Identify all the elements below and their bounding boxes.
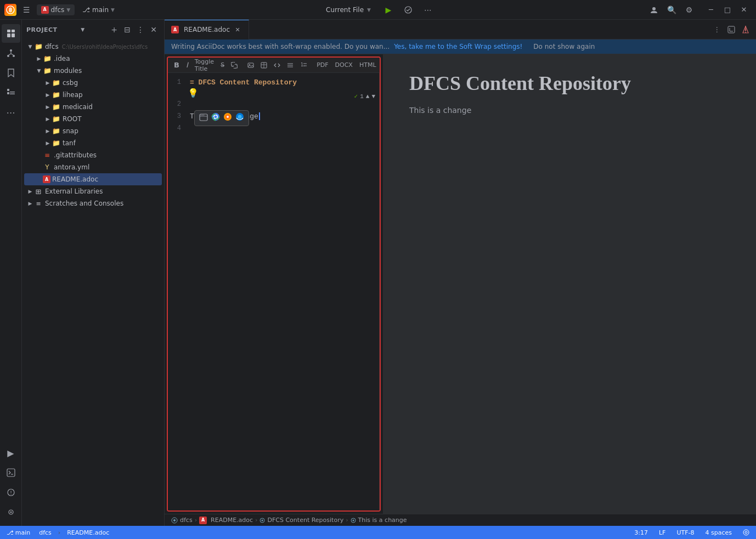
status-cursor-item[interactable]: 3:17 bbox=[632, 529, 650, 536]
tree-item-ROOT[interactable]: ▶ 📁 ROOT bbox=[24, 113, 162, 125]
tree-arrow-root: ▼ bbox=[26, 44, 34, 49]
sidebar-collapse-all-button[interactable]: ⊟ bbox=[121, 24, 133, 36]
toolbar-image-button[interactable] bbox=[245, 61, 257, 70]
sidebar-new-file-button[interactable]: + bbox=[108, 24, 120, 36]
toolbar-grid-button[interactable] bbox=[380, 61, 381, 70]
tree-item-medicaid[interactable]: ▶ 📁 medicaid bbox=[24, 101, 162, 113]
tree-label-tanf: tanf bbox=[63, 139, 76, 147]
coverage-button[interactable] bbox=[400, 2, 416, 18]
activity-more-button[interactable]: ⋯ bbox=[2, 103, 20, 122]
tree-arrow-idea: ▶ bbox=[35, 56, 43, 61]
tree-item-modules[interactable]: ▼ 📁 modules bbox=[24, 65, 162, 77]
folder-icon-medicaid: 📁 bbox=[52, 103, 60, 111]
editor-toolbar: B I Toggle Title S̶ bbox=[168, 58, 380, 73]
sidebar-close-button[interactable]: ✕ bbox=[148, 24, 160, 36]
run-config-selector[interactable]: Current File ▼ bbox=[320, 4, 376, 15]
check-down-icon[interactable]: ▼ bbox=[371, 93, 375, 100]
project-name-button[interactable]: A dfcs ▼ bbox=[37, 4, 75, 15]
toolbar-bold-button[interactable]: B bbox=[171, 60, 182, 70]
activity-git-button[interactable] bbox=[2, 503, 20, 521]
project-label: dfcs bbox=[51, 6, 65, 14]
tab-label: README.adoc bbox=[184, 26, 230, 33]
status-project-item[interactable]: dfcs bbox=[37, 529, 54, 536]
breadcrumb-project[interactable]: dfcs bbox=[180, 517, 193, 524]
maximize-button[interactable]: □ bbox=[720, 2, 735, 18]
profile-button[interactable] bbox=[646, 2, 662, 18]
sidebar-collapse-icon[interactable]: ▼ bbox=[81, 27, 84, 32]
settings-button[interactable]: ⚙ bbox=[681, 2, 697, 18]
breadcrumb-section1[interactable]: DFCS Content Repository bbox=[267, 517, 343, 524]
firefox-browser-icon[interactable] bbox=[223, 112, 232, 124]
tab-notification-icon[interactable] bbox=[740, 24, 752, 36]
toolbar-pdf-button[interactable]: PDF bbox=[314, 60, 331, 70]
toolbar-table-button[interactable] bbox=[258, 61, 270, 70]
breadcrumb-bar: dfcs › A README.adoc › DFCS Content Repo… bbox=[165, 514, 756, 526]
tree-root-dfcs[interactable]: ▼ 📁 dfcs C:\Users\rohit\IdeaProjects\dfc… bbox=[24, 41, 162, 53]
tree-item-tanf[interactable]: ▶ 📁 tanf bbox=[24, 137, 162, 149]
status-indent-item[interactable]: 4 spaces bbox=[703, 529, 735, 536]
toolbar-toggle-title-button[interactable]: Toggle Title bbox=[192, 57, 217, 73]
toolbar-list-button[interactable] bbox=[284, 61, 296, 70]
close-button[interactable]: ✕ bbox=[736, 2, 752, 18]
status-branch-item[interactable]: ⎇ main bbox=[4, 529, 32, 536]
tree-item-liheap[interactable]: ▶ 📁 liheap bbox=[24, 89, 162, 101]
toolbar-link-button[interactable] bbox=[228, 61, 240, 70]
more-run-options[interactable]: ⋯ bbox=[420, 2, 436, 18]
tab-more-actions[interactable]: ⋮ bbox=[711, 24, 723, 36]
activity-vcs-button[interactable] bbox=[2, 44, 20, 63]
tree-item-scratches[interactable]: ▶ ≡ Scratches and Consoles bbox=[24, 197, 162, 209]
branch-selector[interactable]: ⎇ main ▼ bbox=[78, 4, 119, 15]
toolbar-code-button[interactable] bbox=[271, 61, 283, 70]
editor-area: A README.adoc ✕ ⋮ Writing AsciiDoc works… bbox=[165, 20, 756, 526]
tree-arrow-csbg: ▶ bbox=[44, 80, 52, 86]
sidebar-header: Project ▼ + ⊟ ⋮ ✕ bbox=[22, 20, 164, 39]
status-settings-item[interactable] bbox=[741, 529, 752, 536]
titlebar-left: ☰ A dfcs ▼ ⎇ main ▼ bbox=[4, 4, 119, 16]
tree-item-antora[interactable]: Y antora.yml bbox=[24, 161, 162, 173]
preview-icon[interactable] bbox=[199, 113, 208, 124]
tab-close-button[interactable]: ✕ bbox=[233, 25, 242, 34]
tree-item-external-libraries[interactable]: ▶ ⊞ External Libraries bbox=[24, 185, 162, 197]
code-editor-body[interactable]: 1 = DFCS Content Repository 💡 2 3 Th bbox=[168, 73, 380, 510]
toolbar-ol-button[interactable]: 1. bbox=[297, 61, 309, 70]
tree-item-gitattributes[interactable]: ≡ .gitattributes bbox=[24, 149, 162, 161]
breadcrumb-section2[interactable]: This is a change bbox=[358, 517, 407, 524]
chrome-browser-icon[interactable] bbox=[211, 112, 220, 124]
edge-browser-icon[interactable] bbox=[235, 112, 244, 124]
tree-item-csbg[interactable]: ▶ 📁 csbg bbox=[24, 77, 162, 89]
tree-item-readme[interactable]: A README.adoc bbox=[24, 173, 162, 185]
activity-run-button[interactable]: ▶ bbox=[2, 444, 20, 462]
breadcrumb-section2-icon bbox=[351, 518, 356, 523]
tab-expand-button[interactable] bbox=[725, 24, 737, 36]
activity-bookmarks-button[interactable] bbox=[2, 64, 20, 82]
tree-item-idea[interactable]: ▶ 📁 .idea bbox=[24, 53, 162, 65]
toolbar-strikethrough-button[interactable]: S̶ bbox=[218, 60, 227, 70]
toolbar-html-button[interactable]: HTML bbox=[357, 60, 379, 70]
toolbar-docx-button[interactable]: DOCX bbox=[332, 60, 356, 70]
notification-link-softwrap[interactable]: Yes, take me to the Soft Wrap settings! bbox=[394, 43, 522, 50]
sidebar-settings-button[interactable]: ⋮ bbox=[134, 24, 146, 36]
hamburger-menu-button[interactable]: ☰ bbox=[20, 4, 33, 16]
search-button[interactable]: 🔍 bbox=[664, 2, 679, 18]
activity-terminal-button[interactable] bbox=[2, 463, 20, 482]
minimize-button[interactable]: ─ bbox=[703, 2, 719, 18]
tab-readme[interactable]: A README.adoc ✕ bbox=[165, 20, 249, 39]
run-button[interactable]: ▶ bbox=[381, 2, 396, 18]
activity-structure-button[interactable] bbox=[2, 83, 20, 102]
toolbar-italic-button[interactable]: I bbox=[183, 60, 191, 70]
folder-icon-csbg: 📁 bbox=[52, 78, 60, 87]
status-encoding-item[interactable]: UTF-8 bbox=[674, 529, 696, 536]
tree-item-snap[interactable]: ▶ 📁 snap bbox=[24, 125, 162, 137]
check-up-icon[interactable]: ▲ bbox=[366, 93, 370, 100]
status-bar-right: 3:17 LF UTF-8 4 spaces bbox=[632, 529, 752, 536]
status-file-item[interactable]: README.adoc bbox=[65, 529, 111, 536]
status-encoding: UTF-8 bbox=[676, 529, 694, 536]
status-indent: 4 spaces bbox=[706, 529, 732, 536]
activity-project-button[interactable] bbox=[2, 24, 20, 43]
breadcrumb-file[interactable]: README.adoc bbox=[211, 517, 253, 524]
svg-point-38 bbox=[227, 116, 229, 118]
notification-link-dismiss[interactable]: Do not show again bbox=[533, 43, 595, 50]
status-line-ending-item[interactable]: LF bbox=[657, 529, 668, 536]
preview-paragraph: This is a change bbox=[409, 106, 730, 115]
activity-problems-button[interactable]: ! bbox=[2, 483, 20, 502]
